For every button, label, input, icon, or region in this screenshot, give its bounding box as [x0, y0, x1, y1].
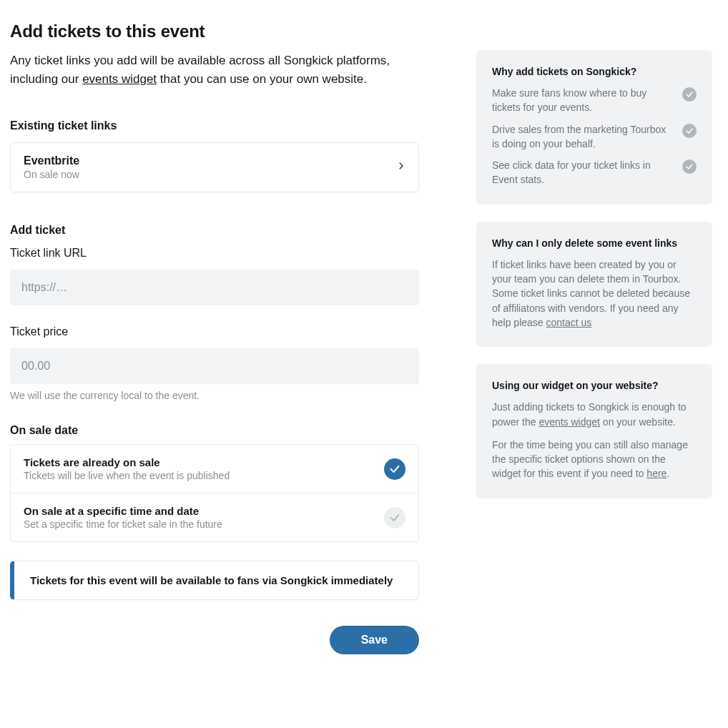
- price-helper: We will use the currency local to the ev…: [10, 390, 419, 401]
- onsale-option-title: Tickets are already on sale: [24, 456, 230, 468]
- existing-link-item[interactable]: Eventbrite On sale now: [10, 142, 419, 192]
- events-widget-link[interactable]: events widget: [538, 416, 600, 428]
- info-delete-links: Why can I only delete some event links I…: [476, 222, 712, 347]
- info-bullet: See click data for your ticket links in …: [492, 158, 697, 187]
- onsale-banner: Tickets for this event will be available…: [10, 561, 419, 600]
- info-card-title: Why can I only delete some event links: [492, 237, 697, 249]
- events-widget-link[interactable]: events widget: [82, 72, 157, 86]
- onsale-option-desc: Tickets will be live when the event is p…: [24, 470, 230, 481]
- ticket-url-input[interactable]: [10, 270, 419, 305]
- onsale-option-now[interactable]: Tickets are already on sale Tickets will…: [11, 445, 418, 493]
- existing-link-status: On sale now: [24, 169, 79, 180]
- onsale-option-desc: Set a specific time for ticket sale in t…: [24, 518, 222, 530]
- info-card-title: Why add tickets on Songkick?: [492, 66, 697, 77]
- info-why-add: Why add tickets on Songkick? Make sure f…: [476, 50, 712, 205]
- chevron-right-icon: [397, 159, 405, 175]
- onsale-option-scheduled[interactable]: On sale at a specific time and date Set …: [11, 493, 418, 541]
- info-bullet: Make sure fans know where to buy tickets…: [492, 86, 697, 115]
- check-icon: [384, 507, 405, 528]
- check-circle-icon: [682, 159, 697, 174]
- onsale-heading: On sale date: [10, 424, 419, 437]
- save-button[interactable]: Save: [330, 626, 419, 654]
- check-icon: [384, 458, 405, 480]
- add-ticket-heading: Add ticket: [10, 224, 419, 237]
- existing-link-name: Eventbrite: [24, 154, 79, 167]
- onsale-option-title: On sale at a specific time and date: [24, 505, 222, 517]
- url-label: Ticket link URL: [10, 247, 419, 260]
- contact-us-link[interactable]: contact us: [546, 317, 592, 328]
- existing-links-heading: Existing ticket links: [10, 119, 419, 132]
- widget-options-link[interactable]: here: [646, 468, 666, 479]
- check-circle-icon: [682, 87, 697, 102]
- price-label: Ticket price: [10, 325, 419, 338]
- ticket-price-input[interactable]: [10, 348, 419, 384]
- info-card-title: Using our widget on your website?: [492, 380, 697, 391]
- info-bullet: Drive sales from the marketing Tourbox i…: [492, 122, 697, 152]
- info-widget: Using our widget on your website? Just a…: [476, 364, 712, 498]
- page-title: Add tickets to this event: [10, 21, 419, 41]
- onsale-options: Tickets are already on sale Tickets will…: [10, 444, 419, 542]
- check-circle-icon: [682, 124, 697, 138]
- page-intro: Any ticket links you add will be availab…: [10, 51, 419, 88]
